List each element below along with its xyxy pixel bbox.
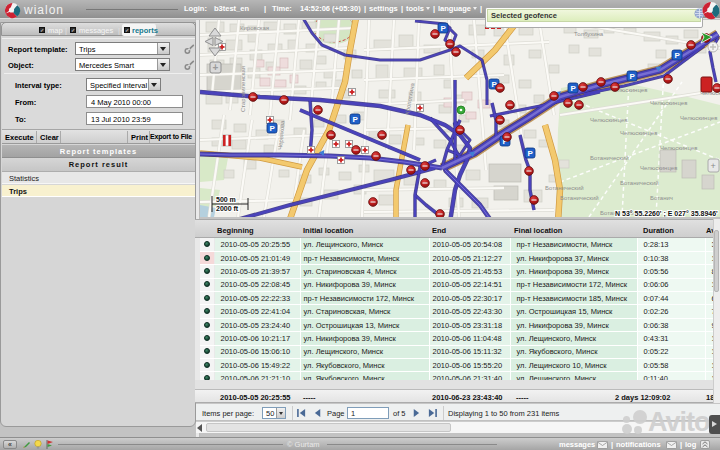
svg-text:Челюскинцев: Челюскинцев xyxy=(660,145,697,151)
svg-text:Кировская: Кировская xyxy=(240,25,269,31)
svg-text:Челюскинцев: Челюскинцев xyxy=(650,100,687,106)
svg-text:P: P xyxy=(352,115,358,124)
svg-text:Старовиленская: Старовиленская xyxy=(240,66,246,112)
svg-text:P: P xyxy=(570,84,576,93)
svg-text:P: P xyxy=(674,51,680,60)
svg-text:P: P xyxy=(440,24,446,33)
svg-text:Ботанический: Ботанический xyxy=(560,195,599,201)
svg-text:+: + xyxy=(711,161,716,171)
svg-text:N 53° 55.2260' ; E 027° 35.894: N 53° 55.2260' ; E 027° 35.8946' xyxy=(615,210,718,218)
svg-text:Ботанический: Ботанический xyxy=(545,185,584,191)
svg-text:P: P xyxy=(527,149,533,158)
svg-text:Ботанич: Ботанич xyxy=(650,195,673,201)
svg-text:+: + xyxy=(213,62,219,73)
svg-text:Челюскинцев: Челюскинцев xyxy=(680,115,717,121)
svg-text:Толбухина: Толбухина xyxy=(574,31,604,37)
svg-text:Челюскинцев: Челюскинцев xyxy=(620,130,657,136)
svg-text:P: P xyxy=(629,72,635,81)
svg-text:500 m: 500 m xyxy=(216,196,236,203)
svg-text:Ботанический: Ботанический xyxy=(590,155,629,161)
svg-text:P: P xyxy=(269,124,275,133)
svg-text:Ботанический: Ботанический xyxy=(620,180,659,186)
svg-text:Челюскинцев: Челюскинцев xyxy=(640,165,677,171)
svg-text:Челюскинцев: Челюскинцев xyxy=(590,117,627,123)
svg-text:2000 ft: 2000 ft xyxy=(216,205,239,212)
